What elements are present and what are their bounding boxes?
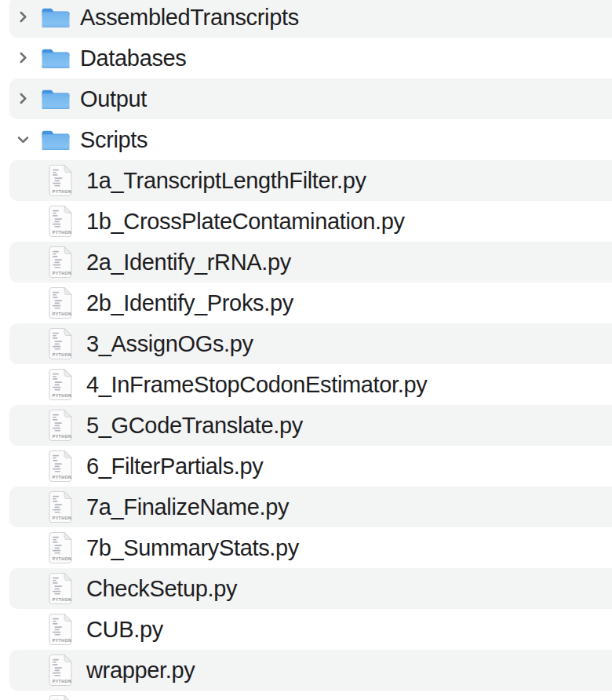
folder-icon — [41, 129, 71, 151]
row-label: CheckSetup.py — [86, 568, 237, 609]
row-label: AssembledTranscripts — [80, 0, 299, 38]
folder-row-databases[interactable]: Databases — [0, 38, 612, 78]
row-label: 4_InFrameStopCodonEstimator.py — [86, 364, 427, 405]
file-row-checksetup-py[interactable]: PYTHONCheckSetup.py — [0, 568, 612, 609]
python-file-icon: PYTHON — [47, 206, 74, 238]
svg-text:PYTHON: PYTHON — [53, 475, 71, 479]
python-file-icon: PYTHON — [47, 614, 74, 646]
svg-text:PYTHON: PYTHON — [53, 271, 71, 275]
chevron-right-icon[interactable] — [16, 10, 31, 25]
python-file-icon: PYTHON — [47, 246, 74, 279]
file-row-4-inframestopcodonestimator-py[interactable]: PYTHON4_InFrameStopCodonEstimator.py — [0, 364, 612, 405]
file-row-5-gcodetranslate-py[interactable]: PYTHON5_GCodeTranslate.py — [0, 405, 612, 446]
file-row-7b-summarystats-py[interactable]: PYTHON7b_SummaryStats.py — [0, 527, 612, 568]
row-label: Scripts — [80, 119, 148, 160]
python-file-icon: PYTHON — [47, 491, 74, 523]
python-file-icon: PYTHON — [47, 573, 74, 605]
svg-text:PYTHON: PYTHON — [53, 312, 71, 316]
python-file-icon: PYTHON — [47, 328, 74, 360]
svg-text:PYTHON: PYTHON — [53, 352, 71, 357]
row-label: 3_AssignOGs.py — [86, 323, 253, 364]
folder-row-assembledtranscripts[interactable]: AssembledTranscripts — [0, 0, 612, 38]
svg-text:PYTHON: PYTHON — [53, 597, 71, 602]
file-row-2a-identify-rrna-py[interactable]: PYTHON2a_Identify_rRNA.py — [0, 242, 612, 283]
python-file-icon: PYTHON — [47, 695, 74, 700]
svg-text:PYTHON: PYTHON — [53, 230, 71, 235]
row-label: Databases — [80, 38, 187, 78]
row-label: wrapper.py — [86, 650, 195, 691]
chevron-right-icon[interactable] — [16, 51, 31, 66]
svg-text:PYTHON: PYTHON — [53, 516, 71, 520]
svg-text:PYTHON: PYTHON — [53, 556, 71, 561]
folder-icon — [41, 6, 71, 29]
svg-text:PYTHON: PYTHON — [53, 638, 71, 643]
svg-text:PYTHON: PYTHON — [53, 393, 71, 398]
row-label: 7b_SummaryStats.py — [86, 527, 299, 568]
row-label: 2b_Identify_Proks.py — [86, 283, 293, 323]
file-row-7a-finalizename-py[interactable]: PYTHON7a_FinalizeName.py — [0, 487, 612, 527]
folder-row-output[interactable]: Output — [0, 78, 612, 119]
folder-icon — [41, 88, 71, 111]
row-label: 7a_FinalizeName.py — [86, 487, 289, 527]
file-row-1a-transcriptlengthfilter-py[interactable]: PYTHON1a_TranscriptLengthFilter.py — [0, 160, 612, 201]
file-row-wrapper-py[interactable]: PYTHONwrapper.py — [0, 650, 612, 691]
row-label: 2a_Identify_rRNA.py — [86, 242, 291, 283]
file-row-6-filterpartials-py[interactable]: PYTHON6_FilterPartials.py — [0, 446, 612, 487]
file-row-partial[interactable]: PYTHON — [0, 691, 612, 700]
python-file-icon: PYTHON — [47, 654, 74, 687]
chevron-down-icon[interactable] — [16, 133, 31, 148]
chevron-right-icon[interactable] — [16, 92, 31, 107]
svg-text:PYTHON: PYTHON — [53, 189, 71, 194]
svg-text:PYTHON: PYTHON — [53, 679, 71, 684]
file-row-3-assignogs-py[interactable]: PYTHON3_AssignOGs.py — [0, 323, 612, 364]
row-label: 6_FilterPartials.py — [86, 446, 263, 487]
python-file-icon: PYTHON — [47, 369, 74, 401]
python-file-icon: PYTHON — [47, 287, 74, 319]
folder-row-scripts[interactable]: Scripts — [0, 119, 612, 160]
python-file-icon: PYTHON — [47, 450, 74, 483]
file-row-1b-crossplatecontamination-py[interactable]: PYTHON1b_CrossPlateContamination.py — [0, 201, 612, 242]
file-row-cub-py[interactable]: PYTHONCUB.py — [0, 609, 612, 650]
python-file-icon: PYTHON — [47, 165, 74, 197]
file-tree: AssembledTranscriptsDatabasesOutputScrip… — [0, 0, 612, 700]
row-label: Output — [80, 78, 147, 119]
row-label: 1a_TranscriptLengthFilter.py — [86, 160, 366, 201]
svg-text:PYTHON: PYTHON — [53, 434, 71, 439]
folder-icon — [41, 47, 71, 70]
file-row-2b-identify-proks-py[interactable]: PYTHON2b_Identify_Proks.py — [0, 283, 612, 323]
row-label: 1b_CrossPlateContamination.py — [86, 201, 405, 242]
row-label: CUB.py — [86, 609, 163, 650]
python-file-icon: PYTHON — [47, 532, 74, 564]
row-label: 5_GCodeTranslate.py — [86, 405, 303, 446]
python-file-icon: PYTHON — [47, 410, 74, 442]
